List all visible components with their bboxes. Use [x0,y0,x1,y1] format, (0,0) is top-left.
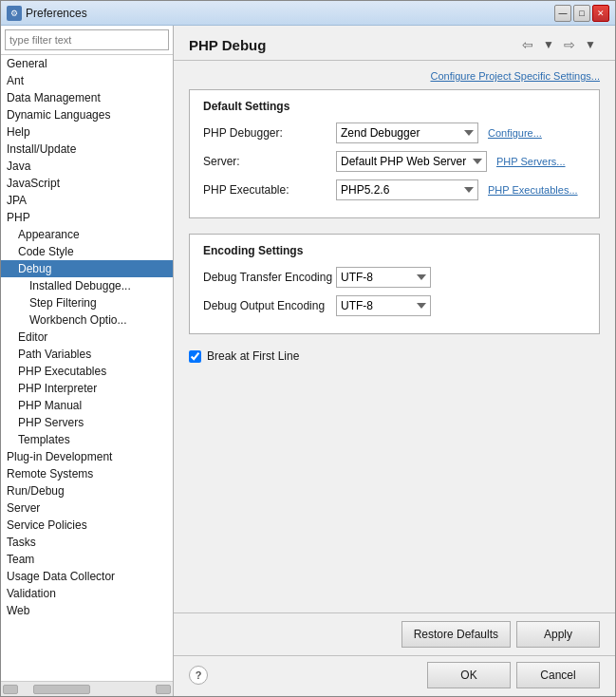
server-row: Server: Default PHP Web Server PHP Serve… [203,151,586,172]
ok-button[interactable]: OK [427,662,511,688]
php-executable-label: PHP Executable: [203,183,336,197]
back-icon: ⇦ [522,37,533,52]
debug-transfer-label: Debug Transfer Encoding [203,271,336,284]
sidebar-item-code-style[interactable]: Code Style [1,243,173,260]
forward-dropdown-button[interactable]: ▼ [581,35,600,54]
sidebar-item-step-filtering[interactable]: Step Filtering [1,294,173,311]
php-debugger-row: PHP Debugger: Zend Debugger XDebug Confi… [203,122,586,143]
forward-button[interactable]: ⇨ [560,35,579,54]
filter-box [1,26,173,55]
sidebar-item-debug[interactable]: Debug [1,260,173,277]
sidebar-item-php-manual[interactable]: PHP Manual [1,397,173,414]
debug-output-select[interactable]: UTF-8 ISO-8859-1 [336,295,431,316]
encoding-settings-title: Encoding Settings [203,244,586,257]
debug-output-row: Debug Output Encoding UTF-8 ISO-8859-1 [203,295,586,316]
dropdown-icon: ▼ [543,38,554,51]
minimize-button[interactable]: — [554,5,571,22]
sidebar-item-service-policies[interactable]: Service Policies [1,517,173,534]
dropdown-button[interactable]: ▼ [539,35,558,54]
sidebar-scrollbar-h[interactable] [1,681,173,696]
back-button[interactable]: ⇦ [518,35,537,54]
window-controls: — □ ✕ [554,5,609,22]
encoding-settings-group: Encoding Settings Debug Transfer Encodin… [189,234,600,334]
sidebar-item-web[interactable]: Web [1,602,173,619]
sidebar-item-ant[interactable]: Ant [1,72,173,89]
forward-dropdown-icon: ▼ [585,38,596,51]
titlebar: ⚙ Preferences — □ ✕ [1,1,615,26]
sidebar-item-install-update[interactable]: Install/Update [1,141,173,158]
sidebar-item-appearance[interactable]: Appearance [1,226,173,243]
cancel-button[interactable]: Cancel [516,662,600,688]
default-settings-title: Default Settings [203,100,586,113]
filter-input[interactable] [5,29,169,50]
php-servers-link[interactable]: PHP Servers... [496,156,566,167]
php-debugger-label: PHP Debugger: [203,126,336,140]
php-executable-row: PHP Executable: PHP5.2.6 PHP Executables… [203,179,586,200]
php-executables-link[interactable]: PHP Executables... [488,184,578,196]
default-settings-group: Default Settings PHP Debugger: Zend Debu… [189,89,600,218]
php-executable-select[interactable]: PHP5.2.6 [336,179,478,200]
forward-icon: ⇨ [564,37,575,52]
server-label: Server: [203,155,336,168]
restore-defaults-button[interactable]: Restore Defaults [401,621,511,648]
sidebar-item-help[interactable]: Help [1,123,173,141]
sidebar-item-php-executables[interactable]: PHP Executables [1,363,173,380]
sidebar-item-team[interactable]: Team [1,551,173,568]
sidebar-item-path-variables[interactable]: Path Variables [1,346,173,363]
debug-transfer-select[interactable]: UTF-8 ISO-8859-1 [336,267,431,288]
sidebar-item-remote-systems[interactable]: Remote Systems [1,465,173,482]
sidebar-item-tasks[interactable]: Tasks [1,534,173,551]
debug-output-label: Debug Output Encoding [203,299,336,312]
break-at-first-line-row: Break at First Line [189,349,600,363]
window-title: Preferences [26,7,554,20]
sidebar-item-editor[interactable]: Editor [1,329,173,346]
configure-debugger-link[interactable]: Configure... [488,127,542,139]
break-at-first-line-label: Break at First Line [207,349,299,363]
sidebar-item-workbench-options[interactable]: Workbench Optio... [1,311,173,329]
help-button[interactable]: ? [189,666,208,685]
apply-button[interactable]: Apply [516,621,600,648]
sidebar-item-usage-data-collector[interactable]: Usage Data Collector [1,568,173,585]
sidebar-item-server[interactable]: Server [1,499,173,517]
debug-transfer-row: Debug Transfer Encoding UTF-8 ISO-8859-1 [203,267,586,288]
sidebar-item-php-servers[interactable]: PHP Servers [1,414,173,431]
sidebar-item-data-management[interactable]: Data Management [1,89,173,106]
maximize-button[interactable]: □ [573,5,590,22]
sidebar-item-plugin-development[interactable]: Plug-in Development [1,448,173,465]
sidebar-item-run-debug[interactable]: Run/Debug [1,482,173,499]
sidebar-item-php-interpreter[interactable]: PHP Interpreter [1,380,173,397]
sidebar-item-java[interactable]: Java [1,158,173,175]
sidebar-item-templates[interactable]: Templates [1,431,173,448]
content-footer: Restore Defaults Apply [174,612,615,655]
main-content: General Ant Data Management Dynamic Lang… [1,26,615,696]
sidebar-item-jpa[interactable]: JPA [1,192,173,209]
content-area: PHP Debug ⇦ ▼ ⇨ ▼ Configure Project Spec… [174,26,615,696]
content-header: PHP Debug ⇦ ▼ ⇨ ▼ [174,26,615,61]
content-body: Configure Project Specific Settings... D… [174,61,615,612]
php-debugger-select[interactable]: Zend Debugger XDebug [336,122,478,143]
configure-project-link[interactable]: Configure Project Specific Settings... [189,70,600,82]
tree: General Ant Data Management Dynamic Lang… [1,55,173,681]
sidebar: General Ant Data Management Dynamic Lang… [1,26,174,696]
dialog-footer: ? OK Cancel [174,655,615,696]
sidebar-item-dynamic-languages[interactable]: Dynamic Languages [1,106,173,123]
sidebar-item-installed-debugger[interactable]: Installed Debugge... [1,277,173,294]
break-at-first-line-checkbox[interactable] [189,350,201,363]
sidebar-item-validation[interactable]: Validation [1,585,173,602]
sidebar-item-php[interactable]: PHP [1,209,173,226]
close-button[interactable]: ✕ [592,5,609,22]
scrollbar-thumb-h[interactable] [33,685,90,694]
window-icon: ⚙ [7,6,22,21]
sidebar-item-general[interactable]: General [1,55,173,72]
server-select[interactable]: Default PHP Web Server [336,151,487,172]
preferences-window: ⚙ Preferences — □ ✕ General Ant Data Man… [0,0,616,697]
page-title: PHP Debug [189,37,266,53]
sidebar-item-javascript[interactable]: JavaScript [1,175,173,192]
header-nav: ⇦ ▼ ⇨ ▼ [518,35,600,54]
